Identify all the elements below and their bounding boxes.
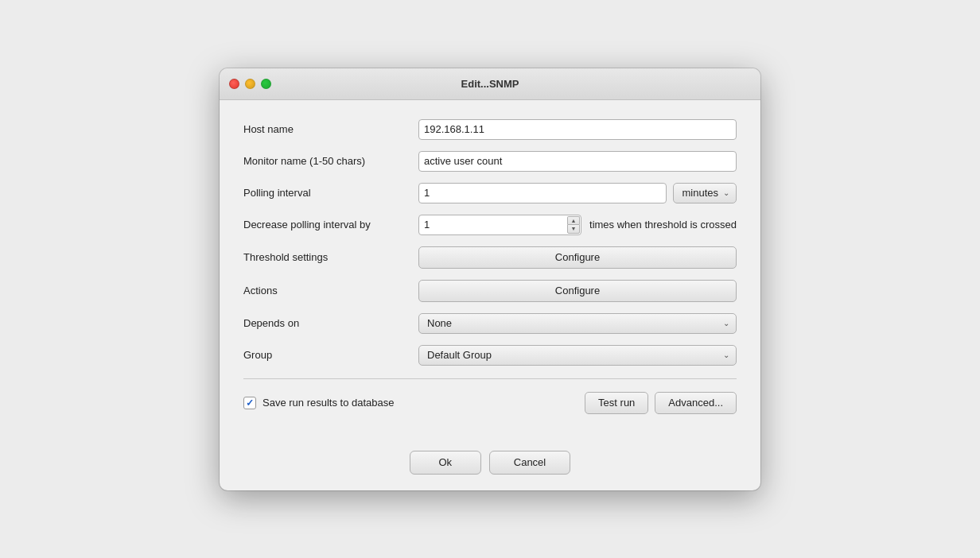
test-run-button[interactable]: Test run bbox=[585, 392, 648, 414]
cancel-button[interactable]: Cancel bbox=[489, 451, 570, 475]
group-select[interactable]: Default Group ⌄ bbox=[418, 345, 737, 366]
bottom-buttons: Test run Advanced... bbox=[585, 392, 737, 414]
group-field-container: Default Group ⌄ bbox=[418, 345, 737, 366]
save-results-text: Save run results to database bbox=[262, 397, 395, 409]
edit-snmp-dialog: Edit...SNMP Host name Monitor name (1-50… bbox=[220, 68, 760, 490]
threshold-settings-row: Threshold settings Configure bbox=[243, 246, 737, 269]
actions-configure-container: Configure bbox=[418, 280, 737, 302]
group-row: Group Default Group ⌄ bbox=[243, 345, 737, 366]
decrease-polling-suffix: times when threshold is crossed bbox=[589, 219, 737, 231]
form-content: Host name Monitor name (1-50 chars) Poll… bbox=[220, 100, 760, 443]
depends-on-field-container: None ⌄ bbox=[418, 313, 737, 334]
group-value: Default Group bbox=[427, 349, 492, 361]
host-name-field-container bbox=[418, 119, 737, 140]
depends-on-label: Depends on bbox=[243, 317, 418, 329]
spinner-up-arrow[interactable]: ▲ bbox=[567, 216, 580, 225]
threshold-configure-container: Configure bbox=[418, 246, 737, 269]
footer-buttons: Ok Cancel bbox=[220, 443, 760, 490]
depends-on-row: Depends on None ⌄ bbox=[243, 313, 737, 334]
traffic-lights bbox=[229, 79, 271, 89]
group-label: Group bbox=[243, 349, 418, 361]
spinner-arrows: ▲ ▼ bbox=[567, 216, 580, 234]
polling-interval-row: Polling interval minutes ⌄ bbox=[243, 183, 737, 203]
decrease-polling-input[interactable] bbox=[418, 215, 581, 235]
host-name-label: Host name bbox=[243, 123, 418, 135]
threshold-configure-button[interactable]: Configure bbox=[418, 246, 737, 269]
bottom-section: ✓ Save run results to database Test run … bbox=[243, 392, 737, 414]
monitor-name-field-container bbox=[418, 151, 737, 172]
divider bbox=[243, 378, 737, 379]
decrease-polling-row: Decrease polling interval by ▲ ▼ times w… bbox=[243, 215, 737, 235]
close-button[interactable] bbox=[229, 79, 239, 89]
polling-interval-input[interactable] bbox=[418, 183, 667, 203]
actions-configure-button[interactable]: Configure bbox=[418, 280, 737, 302]
checkmark-icon: ✓ bbox=[246, 398, 254, 408]
threshold-settings-label: Threshold settings bbox=[243, 251, 418, 263]
polling-input-group: minutes ⌄ bbox=[418, 183, 737, 203]
advanced-button[interactable]: Advanced... bbox=[655, 392, 737, 414]
depends-on-value: None bbox=[427, 317, 452, 329]
monitor-name-label: Monitor name (1-50 chars) bbox=[243, 155, 418, 167]
monitor-name-row: Monitor name (1-50 chars) bbox=[243, 151, 737, 172]
host-name-input[interactable] bbox=[418, 119, 737, 140]
save-results-checkbox[interactable]: ✓ bbox=[243, 397, 256, 409]
decrease-spinner-container: ▲ ▼ bbox=[418, 215, 581, 235]
host-name-row: Host name bbox=[243, 119, 737, 140]
decrease-polling-label: Decrease polling interval by bbox=[243, 219, 418, 231]
depends-on-chevron-icon: ⌄ bbox=[723, 319, 729, 327]
minimize-button[interactable] bbox=[245, 79, 255, 89]
polling-unit-select[interactable]: minutes ⌄ bbox=[673, 183, 737, 203]
spinner-down-arrow[interactable]: ▼ bbox=[567, 224, 580, 234]
monitor-name-input[interactable] bbox=[418, 151, 737, 172]
save-results-label[interactable]: ✓ Save run results to database bbox=[243, 397, 585, 409]
group-chevron-icon: ⌄ bbox=[723, 351, 729, 359]
maximize-button[interactable] bbox=[261, 79, 271, 89]
actions-row: Actions Configure bbox=[243, 280, 737, 302]
ok-button[interactable]: Ok bbox=[410, 451, 481, 475]
window-title: Edit...SNMP bbox=[461, 78, 519, 90]
titlebar: Edit...SNMP bbox=[220, 68, 760, 100]
actions-label: Actions bbox=[243, 285, 418, 296]
depends-on-select[interactable]: None ⌄ bbox=[418, 313, 737, 334]
polling-unit-value: minutes bbox=[682, 187, 718, 199]
polling-interval-label: Polling interval bbox=[243, 187, 418, 199]
polling-unit-chevron-icon: ⌄ bbox=[723, 188, 729, 197]
